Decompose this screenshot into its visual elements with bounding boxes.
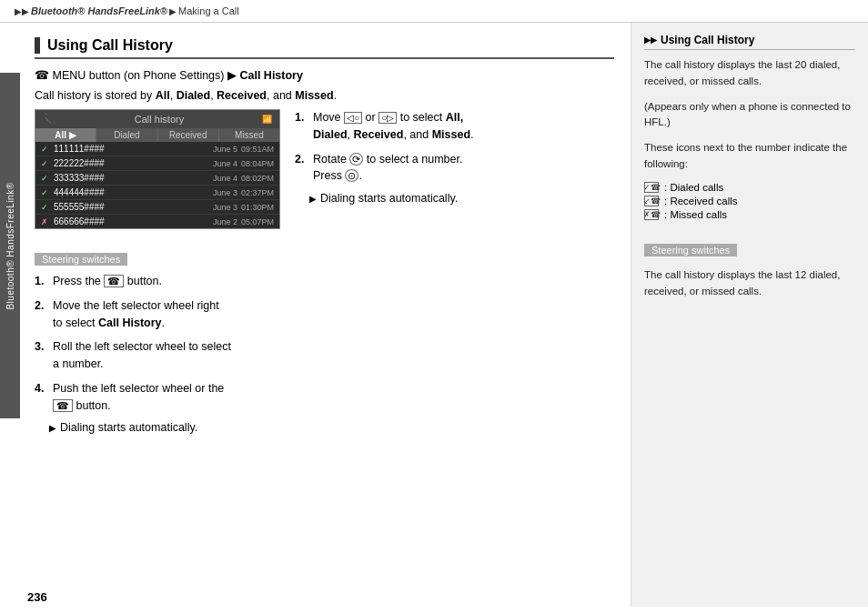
table-row: ✓ 222222#### June 4 08:04PM — [35, 156, 279, 171]
step-1-num: 1. — [295, 109, 309, 144]
steering-section: Steering switches 1. Press the ☎ button.… — [35, 249, 614, 434]
row-date: June 3 — [213, 188, 237, 197]
legend-row-received: ↙☎ : Received calls — [644, 196, 855, 206]
row-number: 333333#### — [54, 173, 213, 183]
menu-suffix: Call History — [239, 69, 302, 82]
row-time: 09:51AM — [241, 145, 274, 154]
missed-icon: ✗☎ — [644, 209, 659, 220]
ch-header-right: 📶 — [262, 115, 272, 124]
menu-prefix: MENU button (on Phone Settings) — [52, 69, 224, 82]
steps-column: 1. Move ◁○ or ○▷ to select All,Dialed, R… — [295, 109, 474, 210]
page-number: 236 — [27, 590, 47, 604]
ss-2-content: Move the left selector wheel rightto sel… — [53, 297, 614, 332]
breadcrumb-arrow2: ▶ — [169, 6, 177, 16]
left-column: Using Call History ☎ MENU button (on Pho… — [20, 23, 631, 607]
arrow-text-1: Dialing starts automatically. — [320, 192, 458, 205]
row-time: 08:04PM — [241, 159, 274, 168]
row-date: June 4 — [213, 174, 237, 183]
ss-3-content: Roll the left selector wheel to selecta … — [53, 338, 614, 373]
row-number: 444444#### — [54, 187, 213, 197]
ch-header-title: Call history — [135, 114, 184, 125]
row-number: 555555#### — [54, 202, 213, 212]
row-icon: ✓ — [41, 145, 54, 154]
row-date: June 5 — [213, 145, 237, 154]
legend-dialed-text: : Dialed calls — [664, 182, 723, 193]
row-time: 08:02PM — [241, 174, 274, 183]
rc-text-1: The call history displays the last 20 di… — [644, 57, 855, 90]
side-tab: Bluetooth® HandsFreeLink® — [0, 73, 20, 418]
legend-received-text: : Received calls — [664, 196, 738, 206]
ch-tab-received: Received — [158, 128, 219, 142]
ch-tab-dialed: Dialed — [96, 128, 157, 142]
menu-icon: ☎ — [35, 69, 52, 82]
ss-1-num: 1. — [35, 273, 49, 290]
steering-badge: Steering switches — [35, 253, 127, 266]
row-icon: ✓ — [41, 174, 54, 183]
row-number: 111111#### — [54, 144, 213, 154]
row-icon: ✓ — [41, 188, 54, 197]
rc-steering-area: Steering switches The call history displ… — [644, 238, 855, 300]
table-row: ✓ 444444#### June 3 02:37PM — [35, 186, 279, 200]
rc-text-4: The call history displays the last 12 di… — [644, 267, 855, 300]
row-date: June 3 — [213, 203, 237, 212]
row-icon: ✓ — [41, 203, 54, 212]
arrow-step-2: ▶ Dialing starts automatically. — [49, 421, 614, 434]
step-2-num: 2. — [295, 151, 309, 186]
row-icon: ✓ — [41, 159, 54, 168]
step-2-content: Rotate ⟳ to select a number. Press ⊙. — [313, 151, 474, 186]
rc-text-3: These icons next to the number indicate … — [644, 140, 855, 173]
arrow-text-2: Dialing starts automatically. — [60, 421, 197, 434]
ch-header: 📞 Call history 📶 — [35, 110, 279, 128]
call-history-mockup: 📞 Call history 📶 All ▶ Dialed Received M… — [35, 109, 280, 229]
rc-steering-badge: Steering switches — [644, 244, 737, 256]
icon-legend: ✓☎ : Dialed calls ↙☎ : Received calls ✗☎… — [644, 182, 855, 220]
received-icon: ↙☎ — [644, 196, 659, 206]
ss-4-num: 4. — [35, 380, 49, 415]
breadcrumb-arrow1: ▶▶ — [15, 6, 29, 16]
steering-step-1: 1. Press the ☎ button. — [35, 273, 614, 290]
ss-4-content: Push the left selector wheel or the☎ but… — [53, 380, 614, 415]
arrow-icon-2: ▶ — [49, 423, 56, 433]
breadcrumb-part1: Bluetooth® HandsFreeLink® — [31, 5, 167, 16]
step-2: 2. Rotate ⟳ to select a number. Press ⊙. — [295, 151, 474, 186]
ss-2-num: 2. — [35, 297, 49, 332]
arrow-step-1: ▶ Dialing starts automatically. — [309, 192, 474, 205]
ss-1-content: Press the ☎ button. — [53, 273, 614, 290]
section-title-bar — [35, 37, 40, 54]
ch-rows: ✓ 111111#### June 5 09:51AM ✓ 222222####… — [35, 142, 279, 228]
row-time: 01:30PM — [241, 203, 274, 212]
dialed-icon: ✓☎ — [644, 182, 659, 193]
menu-arrow: ▶ — [227, 69, 239, 82]
rc-tri-1: ▶▶ — [644, 35, 657, 45]
step-1: 1. Move ◁○ or ○▷ to select All,Dialed, R… — [295, 109, 474, 144]
row-number: 222222#### — [54, 158, 213, 168]
steering-step-4: 4. Push the left selector wheel or the☎ … — [35, 380, 614, 415]
row-time: 05:07PM — [241, 217, 274, 226]
legend-row-dialed: ✓☎ : Dialed calls — [644, 182, 855, 193]
row-icon: ✗ — [41, 217, 54, 226]
ch-tab-all: All ▶ — [35, 128, 96, 142]
ss-3-num: 3. — [35, 338, 49, 373]
breadcrumb-part2: Making a Call — [178, 5, 239, 16]
table-row: ✓ 111111#### June 5 09:51AM — [35, 142, 279, 156]
table-row: ✗ 666666#### June 2 05:07PM — [35, 215, 279, 228]
section-title: Using Call History — [35, 37, 614, 59]
rc-text-2: (Appears only when a phone is connected … — [644, 99, 855, 132]
description-line: Call history is stored by All, Dialed, R… — [35, 89, 614, 102]
legend-missed-text: : Missed calls — [664, 209, 727, 220]
row-date: June 2 — [213, 217, 237, 226]
ch-tabs: All ▶ Dialed Received Missed — [35, 128, 279, 142]
right-column: ▶▶ Using Call History The call history d… — [631, 23, 868, 607]
arrow-icon-1: ▶ — [309, 194, 317, 204]
row-date: June 4 — [213, 159, 237, 168]
legend-row-missed: ✗☎ : Missed calls — [644, 209, 855, 220]
rc-title-1-text: Using Call History — [661, 34, 754, 46]
main-content: Using Call History ☎ MENU button (on Pho… — [20, 23, 868, 607]
menu-line: ☎ MENU button (on Phone Settings) ▶ Call… — [35, 68, 614, 82]
steering-steps: 1. Press the ☎ button. 2. Move the left … — [35, 273, 614, 434]
content-row: 📞 Call history 📶 All ▶ Dialed Received M… — [35, 109, 614, 240]
section-title-text: Using Call History — [47, 37, 173, 54]
step-1-content: Move ◁○ or ○▷ to select All,Dialed, Rece… — [313, 109, 474, 144]
table-row: ✓ 555555#### June 3 01:30PM — [35, 200, 279, 215]
steering-step-2: 2. Move the left selector wheel rightto … — [35, 297, 614, 332]
